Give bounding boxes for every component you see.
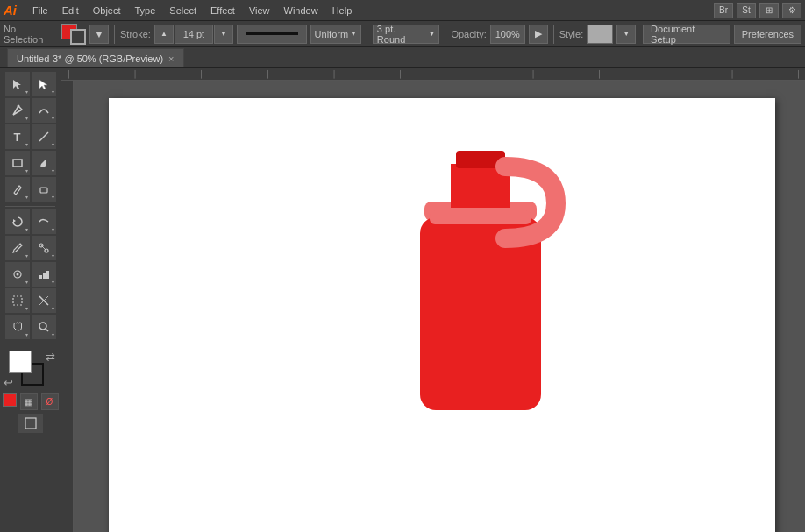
svg-rect-15	[13, 296, 22, 305]
menu-type[interactable]: Type	[128, 4, 163, 18]
pen-tool[interactable]: ▾	[5, 98, 30, 123]
paintbrush-tool[interactable]: ▾	[32, 151, 56, 175]
slice-tool[interactable]: ▾	[32, 288, 56, 313]
tool-separator-1	[5, 206, 55, 207]
svg-line-3	[39, 132, 48, 141]
line-tool[interactable]: ▾	[32, 124, 56, 149]
svg-marker-0	[13, 80, 21, 89]
svg-rect-4	[13, 160, 22, 167]
separator-1	[114, 25, 115, 44]
blend-tool[interactable]: ▾	[32, 236, 56, 260]
document-area	[74, 81, 805, 532]
menu-help[interactable]: Help	[325, 4, 360, 18]
round-arrow: ▼	[429, 30, 436, 38]
svg-rect-13	[43, 273, 46, 279]
pencil-tool[interactable]: ▾	[5, 177, 30, 202]
bottom-tool-row	[2, 414, 59, 433]
toolbox: ▾ ▾ ▾ ▾ T ▾ ▾	[0, 68, 61, 532]
tool-row-2: ▾ ▾	[2, 98, 59, 123]
swap-colors-icon[interactable]: ⇄	[46, 351, 55, 364]
gradient-button[interactable]: ▦	[20, 393, 38, 410]
menu-view[interactable]: View	[242, 4, 277, 18]
none-button[interactable]: Ø	[41, 393, 59, 410]
svg-rect-25	[430, 210, 531, 224]
tool-row-8: ▾ ▾	[2, 262, 59, 287]
selection-label: No Selection	[4, 24, 58, 45]
tool-row-1: ▾ ▾	[2, 72, 59, 96]
tool-separator-2	[5, 344, 55, 344]
fill-color-box[interactable]	[9, 351, 32, 373]
bridge-icon[interactable]: Br	[714, 3, 733, 18]
style-arrow[interactable]: ▼	[616, 25, 636, 44]
separator-4	[553, 25, 554, 44]
rotate-tool[interactable]: ▾	[5, 209, 30, 234]
app-logo: Ai	[4, 3, 17, 18]
style-preview[interactable]	[587, 25, 613, 44]
menu-bar: Ai File Edit Object Type Select Effect V…	[0, 0, 805, 21]
column-graph-tool[interactable]: ▾	[32, 262, 56, 287]
stroke-down-icon[interactable]: ▼	[214, 25, 233, 44]
menu-edit[interactable]: Edit	[55, 4, 86, 18]
fill-stroke-swatches[interactable]	[61, 24, 86, 45]
uniform-arrow: ▼	[350, 30, 357, 38]
stroke-preview	[237, 25, 307, 44]
menu-file[interactable]: File	[25, 4, 55, 18]
preferences-button[interactable]: Preferences	[734, 25, 801, 44]
svg-point-11	[16, 273, 18, 276]
document-setup-button[interactable]: Document Setup	[643, 25, 730, 44]
svg-rect-12	[39, 275, 42, 279]
opacity-expand-icon[interactable]: ▶	[529, 25, 548, 44]
workspace-icon[interactable]: ⊞	[759, 3, 779, 18]
tool-row-7: ▾ ▾	[2, 236, 59, 260]
zoom-tool[interactable]: ▾	[32, 315, 56, 339]
selection-tool[interactable]: ▾	[5, 72, 30, 96]
svg-point-2	[17, 105, 19, 108]
change-screen-mode-button[interactable]	[18, 414, 43, 433]
type-tool[interactable]: T ▾	[5, 124, 30, 149]
stroke-options-icon[interactable]: ▼	[89, 25, 109, 44]
solid-color-button[interactable]	[3, 393, 17, 407]
default-colors-icon[interactable]: ↩	[4, 376, 13, 389]
horizontal-ruler: │ │ │ │ │ │ │ │ │ │ │ │ │ │ │ │ │ │ │ │ …	[61, 68, 805, 81]
svg-rect-20	[25, 418, 36, 429]
symbol-tool[interactable]: ▾	[5, 262, 30, 287]
document-tab[interactable]: Untitled-3* @ 50% (RGB/Preview) ×	[7, 48, 184, 67]
rectangle-tool[interactable]: ▾	[5, 151, 30, 175]
round-dropdown[interactable]: 3 pt. Round ▼	[373, 25, 440, 44]
hand-tool[interactable]: ▾	[5, 315, 30, 339]
svg-point-18	[39, 323, 46, 330]
stroke-label: Stroke:	[120, 29, 151, 39]
tab-close-button[interactable]: ×	[168, 53, 174, 64]
stroke-value-input[interactable]	[175, 25, 213, 44]
menu-select[interactable]: Select	[162, 4, 203, 18]
tool-row-3: T ▾ ▾	[2, 124, 59, 149]
tab-title: Untitled-3* @ 50% (RGB/Preview)	[17, 53, 163, 64]
main-area: ▾ ▾ ▾ ▾ T ▾ ▾	[0, 68, 805, 532]
menu-object[interactable]: Object	[86, 4, 128, 18]
menu-effect[interactable]: Effect	[203, 4, 242, 18]
stroke-line	[246, 32, 298, 35]
eraser-tool[interactable]: ▾	[32, 177, 56, 202]
eyedropper-tool[interactable]: ▾	[5, 236, 30, 260]
svg-rect-14	[46, 271, 49, 279]
separator-3	[445, 25, 445, 44]
uniform-dropdown[interactable]: Uniform ▼	[310, 25, 361, 44]
svg-marker-6	[13, 219, 16, 223]
sync-icon[interactable]: ⚙	[782, 3, 801, 18]
tool-row-4: ▾ ▾	[2, 151, 59, 175]
bottle-illustration	[109, 98, 775, 532]
svg-marker-1	[39, 80, 47, 89]
stock-icon[interactable]: St	[737, 3, 756, 18]
stroke-up-icon[interactable]: ▲	[154, 25, 174, 44]
warp-tool[interactable]: ▾	[32, 209, 56, 234]
svg-line-9	[41, 245, 46, 251]
opacity-input[interactable]	[490, 25, 525, 44]
opacity-label: Opacity:	[451, 29, 486, 39]
svg-rect-5	[40, 188, 47, 193]
stroke-swatch[interactable]	[70, 29, 86, 45]
curvature-tool[interactable]: ▾	[32, 98, 56, 123]
menu-window[interactable]: Window	[277, 4, 325, 18]
direct-selection-tool[interactable]: ▾	[32, 72, 56, 96]
artboard-tool[interactable]: ▾	[5, 288, 30, 313]
artboard	[109, 98, 775, 532]
